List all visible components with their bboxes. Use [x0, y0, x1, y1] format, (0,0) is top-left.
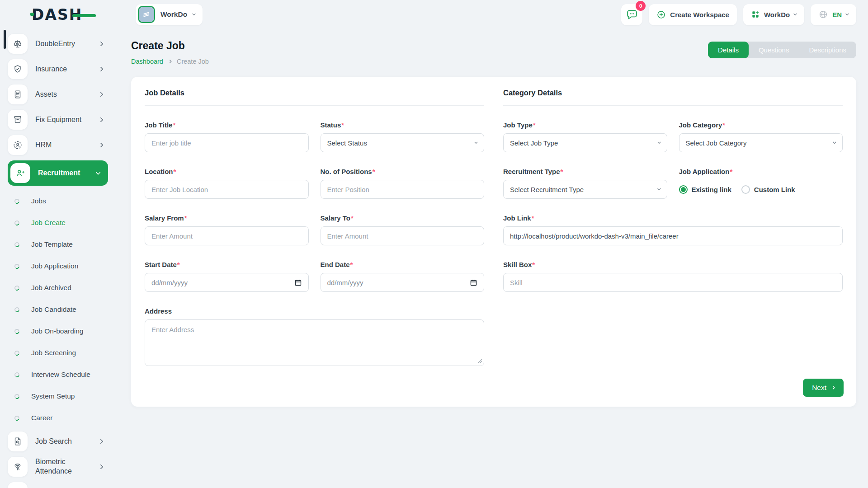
workspace-selector[interactable]: WorkDo: [136, 4, 203, 25]
required-marker: *: [341, 121, 344, 129]
chevron-right-icon: [98, 41, 103, 46]
required-marker: *: [730, 168, 732, 175]
section-title: Category Details: [503, 89, 843, 106]
start-date-label: Start Date*: [145, 261, 309, 268]
job-type-select[interactable]: Select Job Type: [503, 133, 667, 152]
tab-questions[interactable]: Questions: [749, 42, 799, 58]
required-marker: *: [533, 121, 536, 129]
radio-checked-icon: [679, 185, 688, 194]
skill-input[interactable]: [503, 273, 843, 292]
next-button[interactable]: Next: [803, 379, 844, 397]
grid-plus-icon: [751, 10, 760, 19]
end-date-label: End Date*: [321, 261, 485, 268]
sidebar-item-label: Fix Equipment: [35, 116, 81, 124]
sidebar-subitem-label: Job Candidate: [31, 305, 76, 314]
address-textarea[interactable]: [145, 319, 484, 366]
salary-to-input[interactable]: [321, 226, 485, 245]
chevron-down-icon: [657, 187, 660, 190]
sidebar-subitem-label: Job On-boarding: [31, 327, 83, 335]
recruitment-type-select-value: Select Recruitment Type: [510, 186, 584, 193]
sidebar-item-job-onboarding[interactable]: Job On-boarding: [8, 320, 108, 342]
required-marker: *: [722, 121, 725, 129]
bullet-icon: [14, 306, 20, 313]
fingerprint-icon: [8, 457, 28, 477]
dash-logo: DASH: [32, 5, 90, 23]
salary-from-input[interactable]: [145, 226, 309, 245]
sidebar-item-system-setup[interactable]: System Setup: [8, 385, 108, 407]
status-label: Status*: [321, 121, 485, 129]
end-date-input[interactable]: dd/mm/yyyy: [321, 273, 485, 292]
required-marker: *: [532, 214, 534, 222]
sidebar-item-label: DoubleEntry: [35, 40, 75, 48]
existing-link-radio[interactable]: Existing link: [679, 185, 731, 194]
messages-button[interactable]: 0: [621, 4, 642, 25]
start-date-input[interactable]: dd/mm/yyyy: [145, 273, 309, 292]
tab-descriptions[interactable]: Descriptions: [799, 42, 856, 58]
required-marker: *: [373, 168, 375, 175]
radio-unchecked-icon: [741, 185, 750, 194]
sidebar: DoubleEntry Insurance Assets: [0, 27, 111, 488]
sidebar-item-doubleentry[interactable]: DoubleEntry: [8, 34, 108, 54]
bullet-icon: [14, 393, 20, 400]
sidebar-item-job-template[interactable]: Job Template: [8, 234, 108, 255]
chevron-down-icon: [474, 140, 478, 144]
sidebar-item-job-create[interactable]: Job Create: [8, 212, 108, 234]
chevron-right-icon: [98, 66, 103, 71]
create-job-card: Job Details Job Title* Status* Select St…: [131, 77, 856, 407]
archive-box-icon: [8, 110, 28, 130]
create-workspace-button[interactable]: Create Workspace: [649, 4, 737, 25]
job-link-input[interactable]: [503, 226, 843, 245]
custom-link-radio[interactable]: Custom Link: [741, 185, 795, 194]
bullet-icon: [14, 328, 20, 335]
sidebar-item-interview-schedule[interactable]: Interview Schedule: [8, 364, 108, 385]
sidebar-item-procurement[interactable]: Procurement: [8, 482, 108, 488]
logo-green-bar: [72, 14, 96, 17]
sidebar-item-job-candidate[interactable]: Job Candidate: [8, 299, 108, 320]
sidebar-item-label: Insurance: [35, 65, 67, 73]
address-label: Address: [145, 307, 484, 315]
sidebar-item-job-search[interactable]: Job Search: [8, 432, 108, 451]
sidebar-item-hrm[interactable]: HRM: [8, 135, 108, 155]
shield-check-icon: [8, 59, 28, 79]
sidebar-item-assets[interactable]: Assets: [8, 84, 108, 104]
sidebar-item-job-screening[interactable]: Job Screening: [8, 342, 108, 364]
job-category-select-value: Select Job Category: [686, 139, 747, 147]
sidebar-item-recruitment[interactable]: Recruitment: [8, 160, 108, 186]
form-step-tabs: Details Questions Descriptions: [708, 42, 856, 58]
status-select[interactable]: Select Status: [321, 133, 485, 152]
sidebar-item-label: Recruitment: [38, 169, 80, 177]
sidebar-item-insurance[interactable]: Insurance: [8, 59, 108, 79]
recruitment-type-label: Recruitment Type*: [503, 168, 667, 175]
sidebar-item-career[interactable]: Career: [8, 407, 108, 429]
job-type-select-value: Select Job Type: [510, 139, 558, 147]
recruitment-type-select[interactable]: Select Recruitment Type: [503, 180, 667, 199]
bullet-icon: [14, 371, 20, 378]
logo-green-dot: [30, 13, 34, 16]
sidebar-item-job-application[interactable]: Job Application: [8, 255, 108, 277]
chevron-right-icon: [98, 92, 103, 97]
sidebar-item-biometric-attendance[interactable]: Biometric Attendance: [8, 457, 108, 477]
status-select-value: Select Status: [327, 139, 367, 147]
job-title-input[interactable]: [145, 133, 309, 152]
tab-details[interactable]: Details: [708, 42, 749, 58]
topbar: DASH WorkDo 0 Create Workspace: [0, 0, 868, 27]
resize-handle[interactable]: [478, 359, 482, 363]
bullet-icon: [14, 415, 20, 422]
job-details-section: Job Details Job Title* Status* Select St…: [145, 89, 484, 366]
breadcrumb-dashboard-link[interactable]: Dashboard: [131, 58, 163, 65]
positions-input[interactable]: [321, 180, 485, 199]
calculator-icon: [8, 84, 28, 104]
sidebar-item-fix-equipment[interactable]: Fix Equipment: [8, 110, 108, 130]
sidebar-item-job-archived[interactable]: Job Archived: [8, 277, 108, 299]
bullet-icon: [14, 285, 20, 291]
language-selector[interactable]: EN: [811, 4, 856, 25]
workspace-menu-button[interactable]: WorkDo: [743, 4, 804, 25]
sidebar-item-jobs[interactable]: Jobs: [8, 190, 108, 212]
chevron-right-icon: [98, 464, 103, 469]
location-input[interactable]: [145, 180, 309, 199]
job-title-label: Job Title*: [145, 121, 309, 129]
sidebar-scrollbar[interactable]: [4, 30, 6, 49]
job-category-select[interactable]: Select Job Category: [679, 133, 843, 152]
sidebar-subitem-label: Job Template: [31, 240, 73, 249]
required-marker: *: [173, 121, 175, 129]
